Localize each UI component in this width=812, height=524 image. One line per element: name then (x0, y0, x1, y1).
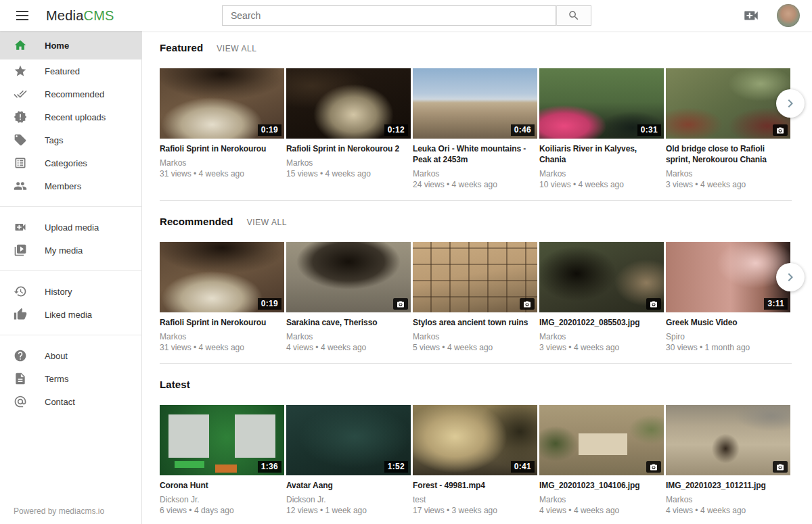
media-card[interactable]: 1:52Avatar AangDickson Jr.12 views • 1 w… (286, 405, 411, 516)
media-card[interactable]: 3:11Greek Music VideoSpiro30 views • 1 m… (666, 242, 790, 353)
media-author[interactable]: Markos (666, 495, 790, 505)
media-title[interactable]: Corona Hunt (160, 480, 284, 491)
media-author[interactable]: Markos (413, 169, 537, 179)
view-all-link[interactable]: VIEW ALL (217, 44, 257, 53)
media-card[interactable]: 0:31Koiliaris River in Kalyves, ChaniaMa… (539, 68, 664, 190)
search-button[interactable] (556, 5, 591, 26)
media-thumbnail[interactable] (286, 242, 411, 312)
search-input[interactable] (222, 5, 556, 26)
media-author[interactable]: Markos (539, 495, 664, 505)
media-title[interactable]: Greek Music Video (666, 317, 790, 328)
media-thumbnail[interactable]: 0:12 (286, 68, 411, 139)
media-author[interactable]: Dickson Jr. (160, 495, 284, 505)
sidebar-item-featured[interactable]: Featured (0, 59, 141, 82)
logo-text-media: Media (46, 8, 83, 23)
sidebar-item-upload-media[interactable]: Upload media (0, 216, 141, 239)
media-card[interactable]: IMG_20201023_104106.jpgMarkos4 views • 4… (539, 405, 664, 516)
media-author[interactable]: Markos (539, 332, 664, 342)
media-card[interactable]: IMG_20201023_101211.jpgMarkos4 views • 4… (666, 405, 790, 516)
upload-video-icon[interactable] (742, 6, 761, 25)
sidebar-item-label: Tags (45, 135, 63, 145)
media-card[interactable]: Stylos area ancient town ruinsMarkos5 vi… (413, 242, 537, 353)
media-author[interactable]: Markos (160, 158, 284, 168)
sidebar-item-label: Liked media (45, 310, 92, 320)
next-arrow-button[interactable] (776, 89, 805, 118)
media-author[interactable]: Markos (286, 158, 411, 168)
media-thumbnail[interactable]: 0:31 (539, 68, 664, 139)
media-author[interactable]: Dickson Jr. (286, 495, 411, 505)
media-card[interactable]: 0:41Forest - 49981.mp4test17 views • 3 w… (413, 405, 537, 516)
media-card[interactable]: 0:12Rafioli Sprint in Nerokourou 2Markos… (286, 68, 411, 190)
media-thumbnail[interactable]: 0:19 (160, 242, 284, 312)
media-thumbnail[interactable]: 0:19 (160, 68, 284, 139)
next-arrow-button[interactable] (776, 263, 805, 291)
media-title[interactable]: IMG_20201022_085503.jpg (539, 317, 664, 328)
media-title[interactable]: IMG_20201023_101211.jpg (666, 480, 790, 491)
media-card[interactable]: Sarakina cave, TherissoMarkos4 views • 4… (286, 242, 411, 353)
search-icon (568, 9, 580, 22)
media-author[interactable]: Markos (413, 332, 537, 342)
sidebar-item-about[interactable]: About (0, 344, 141, 367)
app-logo[interactable]: MediaCMS (46, 8, 114, 24)
search-bar (222, 5, 591, 26)
media-title[interactable]: Forest - 49981.mp4 (413, 480, 537, 491)
sidebar-item-history[interactable]: History (0, 280, 141, 303)
media-card[interactable]: IMG_20201022_085503.jpgMarkos3 views • 4… (539, 242, 664, 353)
media-card[interactable]: 1:36Corona HuntDickson Jr.6 views • 4 da… (160, 405, 284, 516)
sidebar-item-categories[interactable]: Categories (0, 151, 141, 174)
card-row-wrap: 1:36Corona HuntDickson Jr.6 views • 4 da… (160, 405, 792, 516)
media-thumbnail[interactable]: 1:52 (286, 405, 411, 475)
section-divider (160, 200, 792, 201)
media-card[interactable]: Old bridge close to Rafioli sprint, Nero… (666, 68, 790, 190)
media-title[interactable]: Rafioli Sprint in Nerokourou 2 (286, 143, 411, 154)
sidebar-item-label: Categories (45, 158, 87, 168)
media-author[interactable]: Markos (160, 332, 284, 342)
user-avatar[interactable] (777, 4, 800, 27)
media-thumbnail[interactable]: 0:46 (413, 68, 537, 139)
media-meta: 4 views • 4 weeks ago (666, 506, 790, 516)
media-title[interactable]: IMG_20201023_104106.jpg (539, 480, 664, 491)
media-author[interactable]: Spiro (666, 332, 790, 342)
media-thumbnail[interactable]: 1:36 (160, 405, 284, 475)
sidebar-item-label: History (45, 287, 72, 297)
sidebar-item-label: Members (45, 181, 81, 191)
media-thumbnail[interactable] (539, 242, 664, 312)
media-title[interactable]: Old bridge close to Rafioli sprint, Nero… (666, 143, 790, 165)
media-author[interactable]: Markos (286, 332, 411, 342)
media-title[interactable]: Rafioli Sprint in Nerokourou (160, 317, 284, 328)
media-title[interactable]: Stylos area ancient town ruins (413, 317, 537, 328)
media-thumbnail[interactable]: 3:11 (666, 242, 790, 312)
sidebar-item-tags[interactable]: Tags (0, 128, 141, 151)
media-author[interactable]: test (413, 495, 537, 505)
view-all-link[interactable]: VIEW ALL (247, 218, 288, 227)
card-row: 0:19Rafioli Sprint in NerokourouMarkos31… (160, 68, 792, 190)
menu-hamburger-icon[interactable] (9, 3, 35, 28)
sidebar-item-home[interactable]: Home (0, 31, 141, 59)
media-title[interactable]: Koiliaris River in Kalyves, Chania (539, 143, 664, 165)
media-meta: 4 views • 4 weeks ago (286, 343, 411, 353)
duration-badge: 1:52 (384, 461, 408, 473)
media-thumbnail[interactable]: 0:41 (413, 405, 537, 475)
media-author[interactable]: Markos (539, 169, 664, 179)
home-icon (14, 39, 27, 52)
media-author[interactable]: Markos (666, 169, 790, 179)
media-thumbnail[interactable] (666, 405, 790, 475)
sidebar-item-contact[interactable]: Contact (0, 390, 141, 413)
media-card[interactable]: 0:19Rafioli Sprint in NerokourouMarkos31… (160, 242, 284, 353)
sidebar-item-liked-media[interactable]: Liked media (0, 303, 141, 326)
media-thumbnail[interactable] (413, 242, 537, 312)
media-title[interactable]: Sarakina cave, Therisso (286, 317, 411, 328)
sidebar-item-my-media[interactable]: My media (0, 239, 141, 262)
sidebar-item-recommended[interactable]: Recommended (0, 82, 141, 105)
media-thumbnail[interactable] (666, 68, 790, 139)
media-title[interactable]: Leuka Ori - White mountains - Peak at 24… (413, 143, 537, 165)
media-card[interactable]: 0:19Rafioli Sprint in NerokourouMarkos31… (160, 68, 284, 190)
sidebar-item-recent-uploads[interactable]: Recent uploads (0, 105, 141, 128)
sidebar-item-terms[interactable]: Terms (0, 367, 141, 390)
media-title[interactable]: Rafioli Sprint in Nerokourou (160, 143, 284, 154)
media-card[interactable]: 0:46Leuka Ori - White mountains - Peak a… (413, 68, 537, 190)
media-title[interactable]: Avatar Aang (286, 480, 411, 491)
media-thumbnail[interactable] (539, 405, 664, 475)
history-icon (14, 285, 27, 298)
sidebar-item-members[interactable]: Members (0, 174, 141, 197)
